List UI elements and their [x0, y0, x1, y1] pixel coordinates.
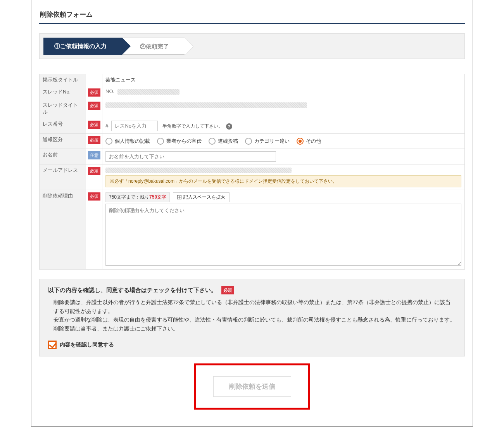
form-table: 掲示板タイトル 芸能ニュース スレッドNo. 必須 NO. スレッドタイトル 必… — [39, 74, 465, 270]
badge-cell-board — [86, 74, 102, 86]
consent-checkbox-label: 内容を確認し同意する — [60, 341, 114, 348]
label-report-type: 通報区分 — [40, 134, 86, 149]
consent-body: 削除要請は、弁護士以外の者が行うと弁護士法第72条で禁止している（非弁護士の法律… — [48, 298, 456, 334]
submit-highlight-box: 削除依頼を送信 — [194, 363, 310, 410]
res-no-input[interactable] — [111, 121, 158, 131]
radio-label: 連続投稿 — [218, 138, 238, 145]
label-board-title: 掲示板タイトル — [40, 74, 86, 86]
radio-label: その他 — [306, 138, 321, 145]
value-thread-title — [102, 99, 465, 118]
progress-step-2: ②依頼完了 — [122, 38, 185, 55]
char-counter: 750文字まで：残り750文字 — [105, 192, 170, 202]
consent-heading: 以下の内容を確認し、同意する場合はチェックを付けて下さい。 必須 — [48, 286, 456, 294]
radio-option-personal-info[interactable]: 個人情報の記載 — [105, 138, 150, 145]
value-thread-no: NO. — [102, 86, 465, 99]
progress-bar: ①ご依頼情報の入力 ②依頼完了 — [39, 33, 465, 59]
email-notice: ※必ず「noreply@bakusai.com」からのメールを受信できる様にドメ… — [105, 175, 461, 187]
radio-input[interactable] — [245, 138, 252, 145]
badge-optional: 任意 — [88, 151, 100, 159]
submit-button[interactable]: 削除依頼を送信 — [213, 376, 291, 397]
radio-option-wrong-category[interactable]: カテゴリー違い — [245, 138, 290, 145]
radio-input[interactable] — [209, 138, 216, 145]
progress-step-1: ①ご依頼情報の入力 — [43, 38, 122, 55]
radio-option-spam[interactable]: 連続投稿 — [209, 138, 238, 145]
value-board-title: 芸能ニュース — [102, 74, 465, 86]
redacted-thread-title — [105, 102, 307, 108]
label-res-no: レス番号 — [40, 118, 86, 134]
badge-required: 必須 — [88, 102, 100, 110]
page-title: 削除依頼フォーム — [39, 7, 465, 24]
badge-required: 必須 — [88, 121, 100, 129]
badge-required: 必須 — [88, 136, 100, 144]
plus-icon — [177, 195, 181, 199]
badge-required: 必須 — [88, 167, 100, 175]
name-input[interactable] — [105, 151, 276, 162]
label-reason: 削除依頼理由 — [40, 190, 86, 269]
hash-symbol: # — [105, 123, 109, 129]
label-name: お名前 — [40, 149, 86, 164]
radio-option-other[interactable]: その他 — [297, 138, 321, 145]
radio-label: 業者からの宣伝 — [166, 138, 202, 145]
radio-label: 個人情報の記載 — [115, 138, 150, 145]
reason-textarea[interactable] — [105, 204, 461, 266]
consent-checkbox-row[interactable]: 内容を確認し同意する — [48, 341, 456, 349]
label-email: メールアドレス — [40, 164, 86, 190]
radio-input[interactable] — [297, 138, 304, 145]
radio-option-advertising[interactable]: 業者からの宣伝 — [157, 138, 202, 145]
consent-box: 以下の内容を確認し、同意する場合はチェックを付けて下さい。 必須 削除要請は、弁… — [39, 279, 465, 357]
radio-label: カテゴリー違い — [254, 138, 290, 145]
label-thread-no: スレッドNo. — [40, 86, 86, 99]
report-type-radios: 個人情報の記載 業者からの宣伝 連続投稿 カテゴリー違い その他 — [105, 136, 461, 146]
label-thread-title: スレッドタイトル — [40, 99, 86, 118]
consent-checkbox[interactable] — [48, 341, 57, 349]
radio-input[interactable] — [157, 138, 164, 145]
badge-required: 必須 — [221, 286, 234, 294]
help-icon[interactable]: ? — [226, 123, 232, 130]
res-no-hint: 半角数字で入力して下さい。 — [162, 123, 223, 129]
expand-label: 記入スペースを拡大 — [183, 194, 225, 201]
badge-required: 必須 — [88, 88, 100, 97]
expand-textarea-button[interactable]: 記入スペースを拡大 — [173, 192, 230, 202]
redacted-thread-no — [117, 89, 180, 95]
redacted-email — [105, 168, 292, 173]
badge-required: 必須 — [88, 192, 100, 201]
radio-input[interactable] — [105, 138, 112, 145]
